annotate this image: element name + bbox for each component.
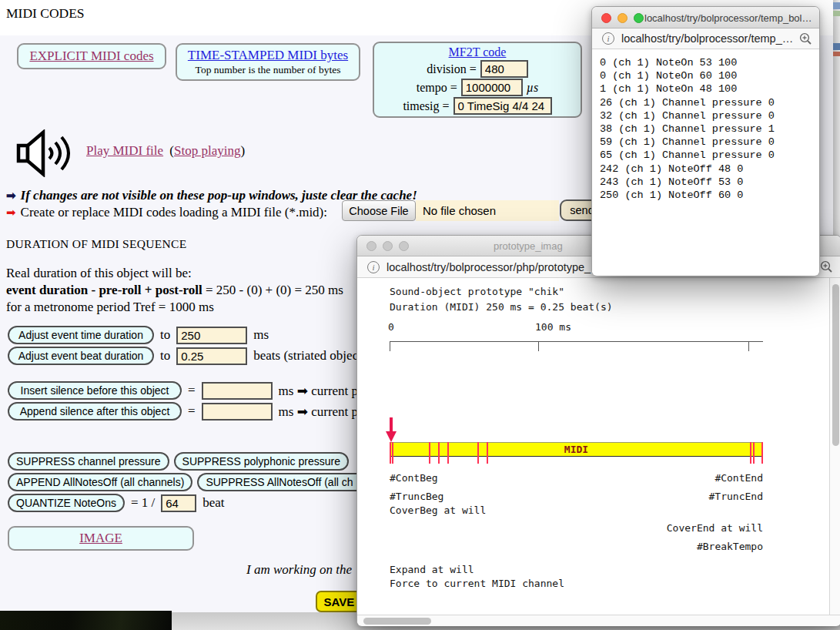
play-midi-file-link[interactable]: Play MIDI file bbox=[86, 143, 163, 158]
info-icon[interactable]: i bbox=[602, 32, 614, 45]
force-channel-label: Force to current MIDI channel bbox=[390, 578, 564, 589]
choose-file-button[interactable]: Choose File bbox=[342, 200, 416, 221]
minimize-button-inactive[interactable] bbox=[383, 241, 393, 251]
stop-playing-link[interactable]: Stop playing bbox=[174, 143, 240, 158]
timeline-tick bbox=[538, 342, 539, 351]
prototype-window-title: prototype_imag bbox=[494, 240, 563, 252]
contend-label: #ContEnd bbox=[390, 472, 763, 484]
insert-equals: = bbox=[188, 383, 196, 398]
midi-event-line: 59 (ch 1) Channel pressure 0 bbox=[600, 136, 819, 149]
duration-line3: for a metronome period Tref = 1000 ms bbox=[6, 300, 214, 315]
midi-event-marker bbox=[392, 442, 393, 464]
duration-line1: Real duration of this object will be: bbox=[6, 266, 192, 281]
note1-arrow-icon: ➡ bbox=[6, 189, 16, 202]
suppress-polyphonic-pressure-button[interactable]: SUPPRESS polyphonic pressure bbox=[174, 452, 349, 471]
expand-label: Expand at will bbox=[390, 564, 474, 575]
coverbeg-label: CoverBeg at will bbox=[390, 504, 486, 516]
midi-event-line: 26 (ch 1) Channel pressure 0 bbox=[600, 96, 819, 109]
adjust-event-time-duration-button[interactable]: Adjust event time duration bbox=[8, 326, 154, 344]
info-icon[interactable]: i bbox=[367, 261, 380, 273]
close-button-inactive[interactable] bbox=[366, 241, 376, 251]
midi-event-line: 242 (ch 1) NoteOff 48 0 bbox=[600, 163, 819, 176]
paren-close: ) bbox=[240, 143, 245, 158]
midi-event-marker bbox=[429, 442, 430, 464]
zoom-button[interactable] bbox=[634, 13, 644, 23]
file-chosen-text: No file chosen bbox=[423, 204, 496, 217]
duration-section-title: DURATION OF MIDI SEQUENCE bbox=[6, 237, 186, 251]
midi-event-line: 0 (ch 1) NoteOn 60 100 bbox=[600, 69, 819, 82]
midi-event-marker bbox=[438, 442, 440, 464]
append-silence-after-button[interactable]: Append silence after this object bbox=[8, 402, 182, 421]
suppress-allnotesoff-button[interactable]: SUPPRESS AllNotesOff (all ch bbox=[197, 473, 359, 491]
quantize-prefix: = 1 / bbox=[131, 495, 155, 511]
vertical-scrollbar-thumb[interactable] bbox=[832, 284, 839, 446]
working-message: I am working on the bbox=[246, 562, 352, 578]
append-silence-input[interactable] bbox=[202, 403, 273, 421]
quantize-noteons-button[interactable]: QUANTIZE NoteOns bbox=[8, 494, 125, 512]
event-beat-duration-input[interactable] bbox=[176, 347, 247, 365]
timesig-input[interactable] bbox=[453, 97, 552, 115]
insert-silence-input[interactable] bbox=[202, 382, 273, 400]
prototype-image-canvas: Sound-object prototype "chik" Duration (… bbox=[357, 278, 840, 615]
duration-formula-rest: = 250 - (0) + (0) = 250 ms bbox=[202, 283, 343, 297]
event-time-duration-input[interactable] bbox=[176, 327, 247, 344]
append-allnotesoff-button[interactable]: APPEND AllNotesOff (all channels) bbox=[8, 473, 192, 491]
zoom-button-inactive[interactable] bbox=[399, 241, 409, 251]
midi-event-line: 1 (ch 1) NoteOn 48 100 bbox=[600, 82, 819, 96]
midi-event-line: 65 (ch 1) Channel pressure 0 bbox=[600, 149, 819, 162]
midi-event-line: 32 (ch 1) Channel pressure 0 bbox=[600, 109, 819, 122]
prototype-duration-line: Duration (MIDI) 250 ms = 0.25 beat(s) bbox=[390, 301, 613, 313]
timeline-tick bbox=[748, 342, 749, 351]
background-image-corner bbox=[0, 611, 172, 630]
sliver-chip-icon bbox=[833, 11, 840, 16]
insert-silence-before-button[interactable]: Insert silence before this object bbox=[8, 381, 182, 400]
midi-bytes-url-bar[interactable]: i localhost/try/bolprocessor/temp_… bbox=[592, 28, 819, 49]
background-window-sliver bbox=[833, 0, 840, 236]
midi-event-marker bbox=[750, 442, 751, 464]
midi-event-marker bbox=[477, 442, 479, 464]
division-label: division = bbox=[427, 62, 477, 76]
image-link[interactable]: IMAGE bbox=[79, 531, 122, 546]
horizontal-scrollbar-thumb[interactable] bbox=[363, 618, 431, 625]
position-marker-arrow-icon bbox=[384, 417, 398, 442]
sliver-chip-icon bbox=[833, 43, 840, 50]
midi-bar: MIDI bbox=[390, 442, 763, 457]
note2-arrow-icon: ➡ bbox=[6, 206, 16, 219]
time-stamped-midi-bytes-link[interactable]: TIME-STAMPED MIDI bytes bbox=[188, 48, 348, 63]
midi-event-marker bbox=[487, 442, 488, 464]
timeline-label-0: 0 bbox=[388, 321, 394, 333]
page-title: MIDI CODES bbox=[6, 5, 85, 22]
midi-event-line: 0 (ch 1) NoteOn 53 100 bbox=[600, 56, 819, 69]
time-stamped-note: Top number is the number of bytes bbox=[196, 64, 341, 76]
prototype-name-line: Sound-object prototype "chik" bbox=[390, 286, 564, 297]
page-zoom-icon[interactable] bbox=[820, 260, 833, 273]
midi-event-marker bbox=[390, 442, 391, 464]
midi-event-line: 243 (ch 1) NoteOff 53 0 bbox=[600, 176, 819, 189]
adjust-event-beat-duration-button[interactable]: Adjust event beat duration bbox=[8, 347, 154, 365]
append-equals: = bbox=[188, 404, 196, 419]
sliver-chip-icon bbox=[833, 52, 840, 56]
midi-event-list: 0 (ch 1) NoteOn 53 100 0 (ch 1) NoteOn 6… bbox=[592, 49, 819, 276]
explicit-midi-codes-link[interactable]: EXPLICIT MIDI codes bbox=[29, 49, 153, 64]
tempo-label: tempo = bbox=[417, 81, 457, 95]
adjust-beat-to-label: to bbox=[160, 348, 170, 364]
midi-bytes-window-titlebar[interactable]: localhost/try/bolprocessor/temp_bol… bbox=[592, 7, 819, 28]
timesig-label: timesig = bbox=[403, 99, 449, 113]
explicit-midi-codes-button[interactable]: EXPLICIT MIDI codes bbox=[17, 43, 166, 69]
tempo-unit: µs bbox=[527, 81, 538, 95]
midi-event-marker bbox=[447, 442, 449, 464]
suppress-channel-pressure-button[interactable]: SUPPRESS channel pressure bbox=[8, 452, 169, 471]
horizontal-scrollbar[interactable] bbox=[357, 615, 840, 626]
division-input[interactable] bbox=[480, 60, 528, 78]
time-stamped-midi-bytes-button[interactable]: TIME-STAMPED MIDI bytes Top number is th… bbox=[176, 43, 360, 81]
quantize-input[interactable] bbox=[161, 494, 196, 512]
close-button[interactable] bbox=[601, 13, 611, 23]
breaktempo-label: #BreakTempo bbox=[390, 541, 763, 552]
minimize-button[interactable] bbox=[617, 13, 627, 23]
image-button[interactable]: IMAGE bbox=[8, 526, 194, 551]
midi-bytes-window-title: localhost/try/bolprocessor/temp_bol… bbox=[644, 12, 812, 24]
mf2t-code-link[interactable]: MF2T code bbox=[449, 45, 507, 59]
vertical-scrollbar[interactable] bbox=[829, 278, 840, 615]
page-zoom-icon[interactable] bbox=[799, 32, 812, 45]
tempo-input[interactable] bbox=[461, 79, 523, 96]
